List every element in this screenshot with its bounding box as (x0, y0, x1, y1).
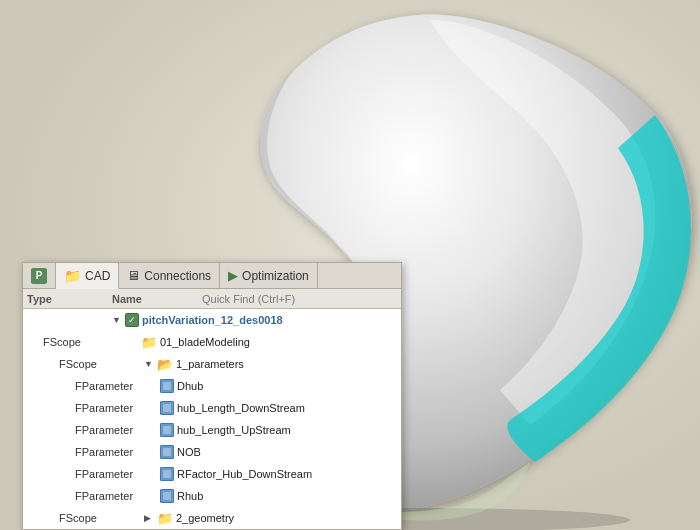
tab-connections[interactable]: 🖥 Connections (119, 263, 220, 288)
tree-row-nob[interactable]: FParameter NOB (23, 441, 401, 463)
geometry-label: 2_geometry (176, 512, 234, 524)
name-cell-geometry: ▶ 📁 2_geometry (144, 511, 401, 525)
param-rfactor-icon (160, 467, 174, 481)
hub-down-label: hub_Length_DownStream (177, 402, 305, 414)
type-cell-dhub: FParameter (75, 380, 160, 392)
tab-cad-label: CAD (85, 269, 110, 283)
check-icon: ✓ (125, 313, 139, 327)
dhub-label: Dhub (177, 380, 203, 392)
optimization-play-icon: ▶ (228, 268, 238, 283)
name-cell-hub-down: hub_Length_DownStream (160, 401, 401, 415)
col-type-header: Type (27, 293, 112, 305)
tree-row-geometry[interactable]: FScope ▶ 📁 2_geometry (23, 507, 401, 529)
param-nob-icon (160, 445, 174, 459)
name-cell-nob: NOB (160, 445, 401, 459)
tree-row-hub-length-up[interactable]: FParameter hub_Length_UpStream (23, 419, 401, 441)
tree-area: ▼ ✓ pitchVariation_12_des0018 FScope 📁 0… (23, 309, 401, 529)
arrow-down-params-icon: ▼ (144, 359, 154, 369)
tab-p[interactable]: P (23, 263, 56, 288)
type-cell-hub-up: FParameter (75, 424, 160, 436)
name-cell-rhub: Rhub (160, 489, 401, 503)
tree-row-parameters[interactable]: FScope ▼ 📂 1_parameters (23, 353, 401, 375)
rfactor-label: RFactor_Hub_DownStream (177, 468, 312, 480)
type-cell-nob: FParameter (75, 446, 160, 458)
tree-row-hub-length-down[interactable]: FParameter hub_Length_DownStream (23, 397, 401, 419)
param-hub-down-icon (160, 401, 174, 415)
column-headers: Type Name Quick Find (Ctrl+F) (23, 289, 401, 309)
type-cell-params: FScope (59, 358, 144, 370)
name-cell-rfactor: RFactor_Hub_DownStream (160, 467, 401, 481)
type-cell-rhub: FParameter (75, 490, 160, 502)
folder-geometry-icon: 📁 (157, 511, 173, 525)
name-cell-hub-up: hub_Length_UpStream (160, 423, 401, 437)
connections-monitor-icon: 🖥 (127, 268, 140, 283)
type-cell-hub-down: FParameter (75, 402, 160, 414)
cad-panel: P 📁 CAD 🖥 Connections ▶ Optimization Typ… (22, 262, 402, 530)
name-cell-root: ▼ ✓ pitchVariation_12_des0018 (112, 313, 401, 327)
col-name-header: Name (112, 293, 202, 305)
root-label: pitchVariation_12_des0018 (142, 314, 283, 326)
type-cell-blade: FScope (43, 336, 128, 348)
param-hub-up-icon (160, 423, 174, 437)
tab-connections-label: Connections (144, 269, 211, 283)
blade-label: 01_bladeModeling (160, 336, 250, 348)
tab-optimization-label: Optimization (242, 269, 309, 283)
type-cell-geometry: FScope (59, 512, 144, 524)
param-rhub-icon (160, 489, 174, 503)
tree-row-rhub[interactable]: FParameter Rhub (23, 485, 401, 507)
type-cell-rfactor: FParameter (75, 468, 160, 480)
p-icon: P (31, 268, 47, 284)
folder-blade-icon: 📁 (141, 335, 157, 349)
nob-label: NOB (177, 446, 201, 458)
arrow-right-geometry-icon: ▶ (144, 513, 154, 523)
col-quickfind-header: Quick Find (Ctrl+F) (202, 293, 295, 305)
hub-up-label: hub_Length_UpStream (177, 424, 291, 436)
params-label: 1_parameters (176, 358, 244, 370)
tab-cad[interactable]: 📁 CAD (56, 263, 119, 289)
name-cell-dhub: Dhub (160, 379, 401, 393)
tab-bar: P 📁 CAD 🖥 Connections ▶ Optimization (23, 263, 401, 289)
param-dhub-icon (160, 379, 174, 393)
tree-row-blade-modeling[interactable]: FScope 📁 01_bladeModeling (23, 331, 401, 353)
name-cell-blade: 📁 01_bladeModeling (128, 335, 401, 349)
arrow-down-icon: ▼ (112, 315, 122, 325)
tree-row-rfactor[interactable]: FParameter RFactor_Hub_DownStream (23, 463, 401, 485)
folder-params-icon: 📂 (157, 357, 173, 371)
tree-row-root[interactable]: ▼ ✓ pitchVariation_12_des0018 (23, 309, 401, 331)
tab-optimization[interactable]: ▶ Optimization (220, 263, 318, 288)
name-cell-params: ▼ 📂 1_parameters (144, 357, 401, 371)
tree-row-dhub[interactable]: FParameter Dhub (23, 375, 401, 397)
rhub-label: Rhub (177, 490, 203, 502)
cad-folder-icon: 📁 (64, 268, 81, 284)
